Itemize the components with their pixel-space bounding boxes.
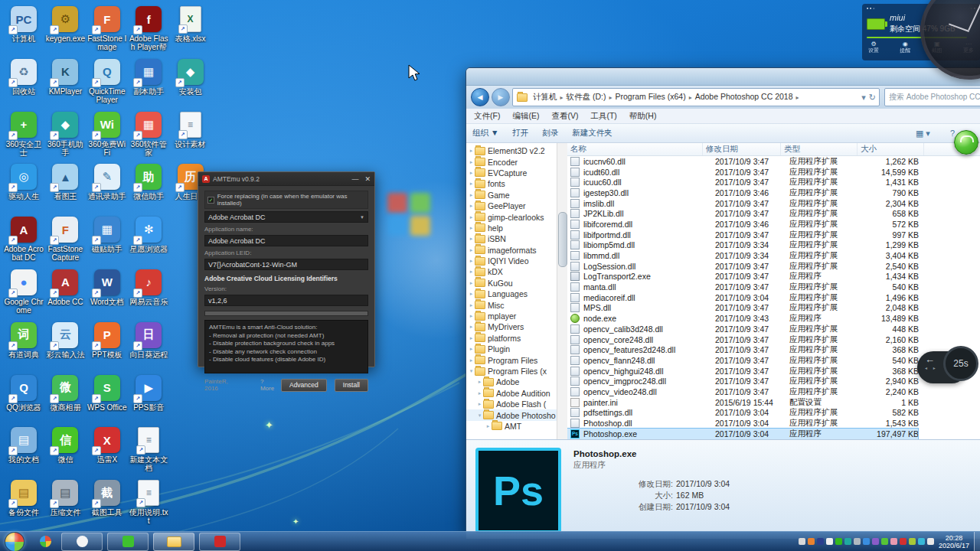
chevron-right-icon[interactable]: ▸ [468,214,475,220]
tree-item[interactable]: ▸gimp-clearlooks [466,211,557,222]
tray-icon[interactable] [844,538,851,545]
desktop-icon[interactable]: ✻星愿浏览器 [128,215,169,268]
file-row[interactable]: JP2KLib.dll2017/10/9 3:47应用程序扩展658 KB [567,208,918,219]
address-dropdown-icon[interactable]: ▾ [861,93,866,103]
show-desktop-button[interactable] [974,532,980,551]
file-row[interactable]: libifcoremd.dll2017/10/9 3:46应用程序扩展572 K… [567,219,918,230]
desktop-icon[interactable]: ♪网易云音乐 [128,268,169,321]
breadcrumb-segment[interactable]: 软件盘 (D:) [564,92,609,101]
chevron-right-icon[interactable]: ▸ [468,148,475,154]
force-replacing-checkbox[interactable]: ✓ Force replacing (in case when the emul… [204,191,368,209]
tree-scrollbar-thumb[interactable] [558,212,567,267]
file-row[interactable]: opencv_flann248.dll2017/10/9 3:47应用程序扩展5… [567,355,918,366]
application-name-field[interactable]: Adobe Acrobat DC [204,235,368,246]
toolbar-button[interactable]: 刻录 [542,128,558,139]
tray-icon[interactable] [854,538,861,545]
desktop-icon[interactable]: SWPS Office [87,373,128,426]
desktop-icon[interactable]: 助微信助手 [128,162,169,215]
overlay-shortcut[interactable]: ⚙设置 [868,41,879,54]
tree-item[interactable]: ▸Languages [466,289,557,299]
taskbar-button[interactable] [199,533,240,551]
chevron-right-icon[interactable]: ▸ [468,346,475,352]
file-row[interactable]: Photoshop.dll2017/10/9 3:04应用程序扩展1,543 K… [567,418,918,429]
file-row[interactable]: MPS.dll2017/10/9 3:47应用程序扩展2,048 KB [567,303,918,314]
address-bar[interactable]: 计算机▸软件盘 (D:)▸Program Files (x64)▸Adobe P… [512,88,880,106]
tray-icon[interactable] [918,538,925,545]
chevron-right-icon[interactable]: ▸ [468,258,475,264]
tree-item[interactable]: ▸Adobe Flash ( [466,399,557,409]
desktop-icon[interactable]: ▲看图王 [44,162,86,215]
tree-item[interactable]: ▸EVCapture [466,168,557,178]
recorder-timer-badge[interactable]: 25s [943,346,978,381]
file-row[interactable]: mediacoreif.dll2017/10/9 3:04应用程序扩展1,496… [567,292,918,303]
start-button[interactable] [5,532,24,551]
desktop-icon[interactable]: 信微信 [44,425,86,478]
breadcrumb-segment[interactable]: 计算机 [531,92,560,101]
more-link[interactable]: ? More [260,378,275,392]
taskbar-button[interactable] [107,533,149,551]
tree-item[interactable]: ▾Program Files (x [466,366,557,377]
breadcrumb-segment[interactable]: Program Files (x64) [612,92,688,101]
file-row[interactable]: opencv_highgui248.dll2017/10/9 3:47应用程序扩… [567,366,918,377]
tray-icon[interactable] [900,538,906,545]
desktop-icon[interactable]: WWord文档 [87,268,128,321]
desktop-icon[interactable]: ▦磁贴助手 [87,215,128,268]
chevron-right-icon[interactable]: ▸ [468,357,475,364]
chevron-right-icon[interactable]: ▸ [468,324,475,330]
chevron-right-icon[interactable]: ▸ [468,203,475,209]
desktop-icon[interactable]: ⚙keygen.exe [44,5,86,57]
file-row[interactable]: icudt60.dll2017/10/9 3:47应用程序扩展14,599 KB [567,167,918,178]
file-row[interactable]: node.exe2017/10/9 3:43应用程序13,489 KB [567,313,918,324]
desktop-icon[interactable]: ≡新建文本文档 [128,425,169,478]
desktop-icon[interactable]: +360安全卫士 [3,110,44,163]
column-header[interactable]: 名称 [567,143,703,155]
menu-item[interactable]: 查看(V) [551,111,578,122]
file-row[interactable]: painter.ini2015/6/19 15:44配置设置1 KB [567,397,918,408]
chevron-down-icon[interactable]: ▾ [468,368,475,374]
desktop-icon[interactable]: QQuickTime Player [87,57,128,110]
desktop-icon[interactable]: 微微商相册 [44,373,86,426]
tray-icon[interactable] [808,538,815,545]
desktop-icon[interactable]: ≡使用说明.txt [128,478,169,531]
file-row[interactable]: libmmd.dll2017/10/9 3:34应用程序扩展3,404 KB [567,250,918,261]
desktop-icon[interactable]: 词有道词典 [3,321,44,373]
checkbox-icon[interactable]: ✓ [207,197,214,204]
minimize-button[interactable]: — [351,175,358,183]
desktop-icon[interactable]: Wi360免费WiFi [87,110,128,163]
file-row[interactable]: manta.dll2017/10/9 3:47应用程序扩展540 KB [567,282,918,292]
overlay-shortcut[interactable]: ◉提醒 [900,41,910,54]
chevron-right-icon[interactable]: ▸ [468,280,475,286]
tree-item[interactable]: ▸imageformats [466,245,557,256]
file-row[interactable]: opencv_features2d248.dll2017/10/9 3:47应用… [567,344,918,355]
menu-item[interactable]: 工具(T) [590,111,616,122]
tree-item[interactable]: ▸platforms [466,333,557,344]
chevron-right-icon[interactable]: ▸ [468,170,475,176]
desktop-icon[interactable]: ◆安装包 [170,57,211,110]
toolbar-button[interactable]: 新建文件夹 [572,128,612,139]
chevron-right-icon[interactable]: ▸ [468,247,475,253]
column-header[interactable]: 修改日期 [703,143,781,155]
chevron-right-icon[interactable]: ▸ [476,390,483,396]
menu-item[interactable]: 编辑(E) [512,111,539,122]
tree-item[interactable]: ▸Plugin [466,344,557,354]
tree-item[interactable]: ▸GeePlayer [466,201,557,211]
file-row[interactable]: PsPhotoshop.exe2017/10/9 3:04应用程序197,497… [567,429,918,439]
chevron-right-icon[interactable]: ▸ [468,302,475,308]
taskbar-clock[interactable]: 20:28 2020/6/17 [939,534,969,549]
desktop-icon[interactable]: 云彩云输入法 [44,321,86,373]
tree-item[interactable]: ▸kDX [466,266,557,277]
desktop-icon[interactable]: 截截图工具 [87,478,128,531]
tree-item[interactable]: ▸fonts [466,178,557,189]
desktop-icon[interactable]: ▤我的文档 [3,425,44,478]
tray-icon[interactable] [863,538,870,545]
tree-item[interactable]: ▸Adobe [466,377,557,387]
desktop-icon[interactable]: QQQ浏览器 [3,373,44,426]
toolbar-view-button[interactable]: ? [950,129,955,139]
chevron-right-icon[interactable]: ▸ [468,181,475,187]
desktop-icon[interactable]: X迅雷X [87,425,128,478]
product-select[interactable]: Adobe Acrobat DC ▼ [204,211,368,223]
desktop-icon[interactable]: ▤备份文件 [3,478,44,531]
chevron-right-icon[interactable]: ▸ [468,192,475,198]
file-row[interactable]: imslib.dll2017/10/9 3:47应用程序扩展2,304 KB [567,198,918,209]
file-row[interactable]: libifportmd.dll2017/10/9 3:47应用程序扩展997 K… [567,230,918,240]
